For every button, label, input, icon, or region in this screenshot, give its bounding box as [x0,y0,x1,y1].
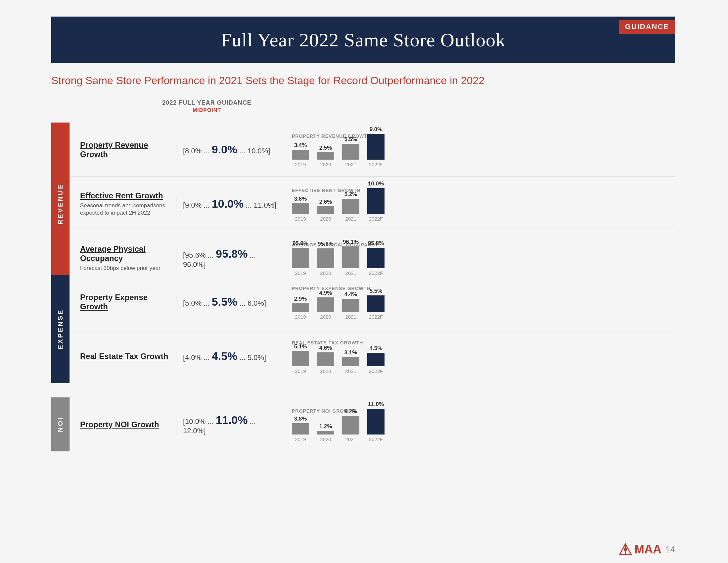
guidance-label-top: 2022 FULL YEAR GUIDANCE [147,99,266,106]
tax-chart: REAL ESTATE TAX GROWTH 5.1% 2019 4.6% 20… [282,335,454,377]
noi-bar-chart: 3.8% 2019 1.2% 2020 6.2% [292,416,449,442]
maa-logo-icon [619,543,632,556]
effective-rent-growth-row: Effective Rent Growth Seasonal trends an… [70,177,675,231]
header-title: Full Year 2022 Same Store Outlook [221,29,506,51]
noi-sidebar-label: NOI [51,398,69,451]
revenue-section: REVENUE Property Revenue Growth [8.0% ..… [51,122,675,285]
expense-chart: PROPERTY EXPENSE GROWTH 2.9% 2019 4.9% 2… [282,281,454,323]
expense-rows: Property Expense Growth [5.0% ... 5.5% .… [69,275,675,383]
bar-2022f: 9.0% 2022F [367,126,385,167]
property-noi-growth-title: Property NOI Growth [80,420,173,429]
page: GUIDANCE Full Year 2022 Same Store Outlo… [0,0,728,563]
occupancy-guidance: [95.6% ... 95.8% ... 96.0%] [176,247,282,269]
property-expense-growth-title: Property Expense Growth [80,293,173,311]
expense-bar-chart: 2.9% 2019 4.9% 2020 4.4% [292,293,449,320]
guidance-label-sub: MIDPOINT [147,107,266,113]
revenue-guidance: [8.0% ... 9.0% ... 10.0%] [176,143,282,156]
property-noi-growth-row: Property NOI Growth [10.0% ... 11.0% ...… [70,398,675,451]
property-revenue-growth-title: Property Revenue Growth [80,140,173,159]
property-revenue-growth-row: Property Revenue Growth [8.0% ... 9.0% .… [70,122,675,177]
avg-physical-occupancy-title: Average Physical Occupancy [80,244,173,263]
tax-midpoint: 4.5% [212,350,238,362]
row-label-revenue: Property Revenue Growth [80,140,173,159]
guidance-label-area: 2022 FULL YEAR GUIDANCE MIDPOINT [147,99,266,113]
rent-chart: EFFECTIVE RENT GROWTH 3.6% 2019 2.6% 202… [282,183,454,225]
avg-physical-occupancy-subtitle: Forecast 30bps below prior year [80,264,173,272]
expense-section: EXPENSE Property Expense Growth [5.0% ..… [51,275,675,383]
row-label-occupancy: Average Physical Occupancy Forecast 30bp… [80,244,173,272]
effective-rent-subtitle: Seasonal trends and comparisonsexpected … [80,202,173,216]
rent-midpoint: 10.0% [212,197,244,210]
occupancy-midpoint: 95.8% [216,247,248,260]
noi-chart: PROPERTY NOI GROWTH 3.8% 2019 1.2% 2020 [282,403,454,446]
rent-guidance: [9.0% ... 10.0% ... 11.0%] [176,197,282,210]
bar-2021: 5.5% 2021 [342,136,359,167]
footer: MAA 14 [619,542,675,556]
rent-bar-chart: 3.6% 2019 2.6% 2020 5.2% [292,195,449,221]
expense-guidance: [5.0% ... 5.5% ... 6.0%] [176,296,282,308]
noi-rows: Property NOI Growth [10.0% ... 11.0% ...… [69,398,675,451]
page-number: 14 [665,544,675,555]
tax-chart-title: REAL ESTATE TAX GROWTH [292,340,449,346]
tax-bar-chart: 5.1% 2019 4.6% 2020 3.1% [292,348,449,374]
row-label-expense: Property Expense Growth [80,293,173,311]
real-estate-tax-title: Real Estate Tax Growth [80,352,173,361]
occupancy-chart: AVERAGE PHYSICAL OCCUPANCY 95.9% 2019 95… [282,237,454,279]
maa-logo: MAA [619,542,661,556]
row-label-tax: Real Estate Tax Growth [80,352,173,361]
expense-sidebar-label: EXPENSE [51,275,69,383]
noi-section: NOI Property NOI Growth [10.0% ... 11.0%… [51,398,675,451]
bar-2020: 2.5% 2020 [317,145,334,167]
revenue-bar-chart: 3.4% 2019 2.5% 2020 5.5% [292,141,449,167]
tax-guidance: [4.0% ... 4.5% ... 5.0%] [176,350,282,363]
revenue-rows: Property Revenue Growth [8.0% ... 9.0% .… [69,122,675,285]
subtitle: Strong Same Store Performance in 2021 Se… [51,74,675,87]
noi-midpoint: 11.0% [216,414,248,426]
occupancy-bar-chart: 95.9% 2019 95.6% 2020 96.1% [292,249,449,276]
bar-2019: 3.4% 2019 [292,142,309,167]
revenue-sidebar-label: REVENUE [51,122,69,285]
property-expense-growth-row: Property Expense Growth [5.0% ... 5.5% .… [70,275,675,329]
row-label-noi: Property NOI Growth [80,420,173,429]
revenue-chart: PROPERTY REVENUE GROWTH 3.4% 2019 2.5% 2… [282,128,454,170]
row-label-rent: Effective Rent Growth Seasonal trends an… [80,191,173,216]
guidance-badge: GUIDANCE [619,20,675,34]
expense-midpoint: 5.5% [212,296,238,308]
header-bar: Full Year 2022 Same Store Outlook [51,17,675,63]
noi-guidance: [10.0% ... 11.0% ... 12.0%] [176,414,282,435]
effective-rent-title: Effective Rent Growth [80,191,173,200]
content-area: 2022 FULL YEAR GUIDANCE MIDPOINT REVENUE… [51,99,675,537]
revenue-midpoint: 9.0% [212,143,238,156]
real-estate-tax-growth-row: Real Estate Tax Growth [4.0% ... 4.5% ..… [70,329,675,383]
